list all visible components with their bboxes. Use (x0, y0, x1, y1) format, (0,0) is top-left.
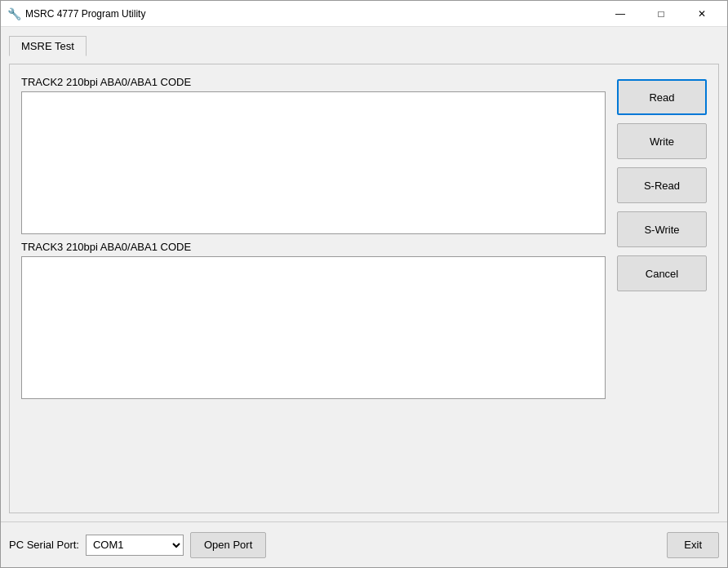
app-icon: 🔧 (7, 7, 20, 20)
bottom-bar: PC Serial Port: COM1 COM2 COM3 COM4 Open… (1, 521, 727, 567)
tab-bar: MSRE Test (9, 35, 719, 55)
exit-button[interactable]: Exit (667, 532, 719, 558)
main-window: 🔧 MSRC 4777 Program Utility — □ ✕ MSRE T… (0, 0, 728, 568)
title-bar-left: 🔧 MSRC 4777 Program Utility (7, 7, 145, 20)
cancel-button[interactable]: Cancel (617, 255, 707, 291)
track2-textarea[interactable] (21, 91, 606, 234)
title-bar-controls: — □ ✕ (601, 4, 721, 24)
maximize-button[interactable]: □ (642, 4, 680, 24)
tab-msre-test[interactable]: MSRE Test (9, 36, 87, 56)
right-panel: Read Write S-Read S-Write Cancel (617, 76, 707, 501)
track2-section: TRACK2 210bpi ABA0/ABA1 CODE (21, 76, 606, 234)
minimize-button[interactable]: — (601, 4, 639, 24)
window-title: MSRC 4777 Program Utility (25, 8, 145, 20)
left-panel: TRACK2 210bpi ABA0/ABA1 CODE TRACK3 210b… (21, 76, 606, 501)
sread-button[interactable]: S-Read (617, 167, 707, 203)
port-label: PC Serial Port: (9, 539, 79, 551)
write-button[interactable]: Write (617, 123, 707, 159)
main-panel: TRACK2 210bpi ABA0/ABA1 CODE TRACK3 210b… (9, 64, 719, 513)
port-select[interactable]: COM1 COM2 COM3 COM4 (86, 535, 184, 556)
track3-label: TRACK3 210bpi ABA0/ABA1 CODE (21, 241, 606, 253)
close-button[interactable]: ✕ (683, 4, 721, 24)
read-button[interactable]: Read (617, 79, 707, 115)
swrite-button[interactable]: S-Write (617, 211, 707, 247)
title-bar: 🔧 MSRC 4777 Program Utility — □ ✕ (1, 1, 727, 27)
track3-textarea[interactable] (21, 256, 606, 399)
window-content: MSRE Test TRACK2 210bpi ABA0/ABA1 CODE T… (1, 27, 727, 521)
bottom-left: PC Serial Port: COM1 COM2 COM3 COM4 Open… (9, 532, 266, 558)
track2-label: TRACK2 210bpi ABA0/ABA1 CODE (21, 76, 606, 88)
open-port-button[interactable]: Open Port (190, 532, 266, 558)
track3-section: TRACK3 210bpi ABA0/ABA1 CODE (21, 241, 606, 399)
